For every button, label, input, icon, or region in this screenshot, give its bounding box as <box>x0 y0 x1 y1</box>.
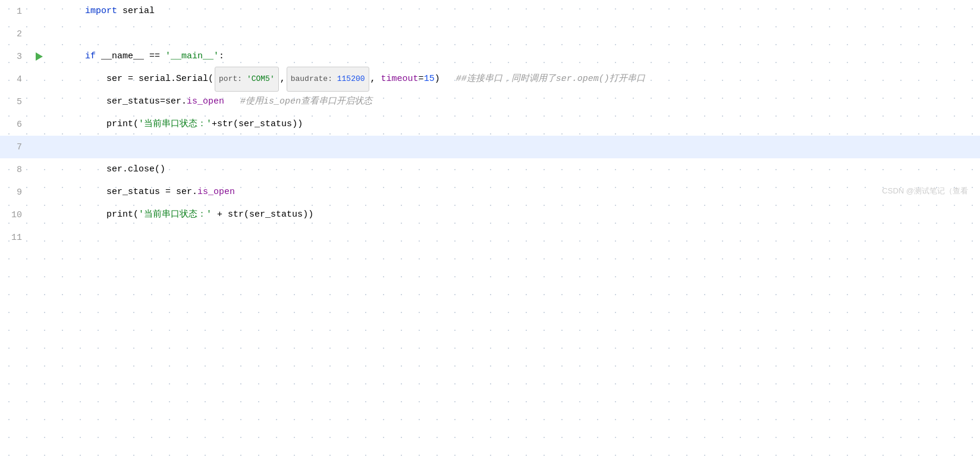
line-number-10: 10 <box>0 210 33 220</box>
code-editor: 1 import serial 2 3 if __name__ == '__ma… <box>0 0 980 466</box>
line-number-1: 1 <box>0 7 33 17</box>
line-number-9: 9 <box>0 187 33 198</box>
code-line-1: 1 import serial <box>0 0 980 23</box>
line-number-3: 3 <box>0 52 33 62</box>
code-line-11: 11 <box>0 226 980 249</box>
run-icon-3[interactable] <box>33 52 46 61</box>
line-number-2: 2 <box>0 29 33 39</box>
line-number-8: 8 <box>0 165 33 175</box>
code-line-10: 10 print('当前串口状态：' + str(ser_status)) <box>0 204 980 226</box>
line-number-6: 6 <box>0 120 33 130</box>
watermark: CSDN @测试笔记（查看 <box>882 186 968 196</box>
line-number-4: 4 <box>0 74 33 85</box>
line-number-5: 5 <box>0 97 33 107</box>
line-number-11: 11 <box>0 233 33 243</box>
code-line-6: 6 print('当前串口状态：'+str(ser_status)) <box>0 113 980 136</box>
line-number-7: 7 <box>0 142 33 152</box>
